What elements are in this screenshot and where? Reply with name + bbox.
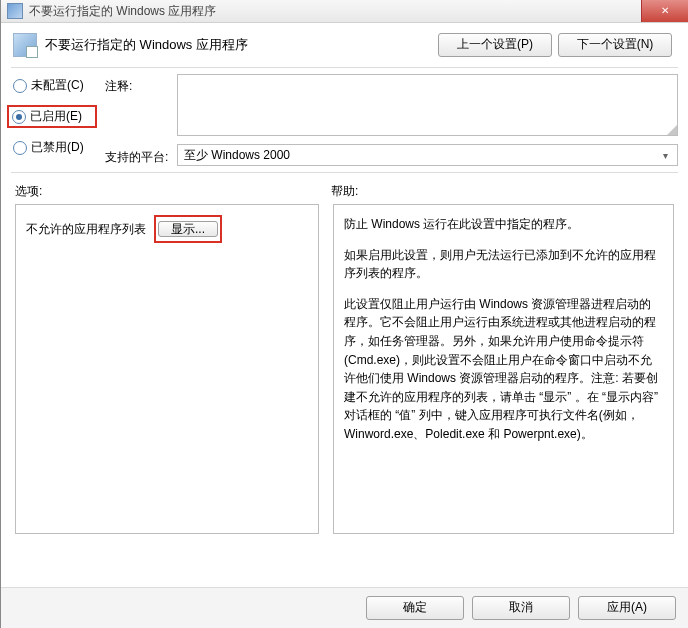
platform-label: 支持的平台: — [105, 145, 169, 166]
comment-textarea[interactable] — [177, 74, 678, 136]
config-block: 未配置(C) 已启用(E) 已禁用(D) 注释: 支持的平台: 至少 Windo… — [1, 68, 688, 172]
cancel-button[interactable]: 取消 — [472, 596, 570, 620]
gp-editor-window: 不要运行指定的 Windows 应用程序 ✕ 不要运行指定的 Windows 应… — [0, 0, 688, 628]
disallowed-list-label: 不允许的应用程序列表 — [26, 221, 146, 238]
help-panel: 防止 Windows 运行在此设置中指定的程序。 如果启用此设置，则用户无法运行… — [333, 204, 674, 534]
chevron-down-icon: ▾ — [657, 150, 673, 161]
radio-label: 已禁用(D) — [31, 139, 84, 156]
state-radios: 未配置(C) 已启用(E) 已禁用(D) — [11, 74, 97, 166]
comment-row: 注释: — [105, 74, 678, 136]
show-button-highlight: 显示... — [154, 215, 222, 243]
ok-button[interactable]: 确定 — [366, 596, 464, 620]
radio-label: 已启用(E) — [30, 108, 82, 125]
options-panel: 不允许的应用程序列表 显示... — [15, 204, 319, 534]
section-labels: 选项: 帮助: — [1, 173, 688, 204]
panels: 不允许的应用程序列表 显示... 防止 Windows 运行在此设置中指定的程序… — [1, 204, 688, 587]
help-paragraph: 如果启用此设置，则用户无法运行已添加到不允许的应用程序列表的程序。 — [344, 246, 663, 283]
radio-not-configured[interactable]: 未配置(C) — [11, 76, 97, 95]
options-label: 选项: — [15, 183, 331, 200]
radio-label: 未配置(C) — [31, 77, 84, 94]
prev-setting-button[interactable]: 上一个设置(P) — [438, 33, 552, 57]
options-line: 不允许的应用程序列表 显示... — [26, 215, 308, 243]
radio-disabled[interactable]: 已禁用(D) — [11, 138, 97, 157]
policy-title: 不要运行指定的 Windows 应用程序 — [45, 36, 430, 54]
radio-enabled[interactable]: 已启用(E) — [7, 105, 97, 128]
next-setting-button[interactable]: 下一个设置(N) — [558, 33, 672, 57]
help-label: 帮助: — [331, 183, 674, 200]
window-title: 不要运行指定的 Windows 应用程序 — [29, 3, 216, 20]
radio-icon — [13, 79, 27, 93]
platform-select[interactable]: 至少 Windows 2000 ▾ — [177, 144, 678, 166]
policy-icon — [13, 33, 37, 57]
radio-icon — [13, 141, 27, 155]
platform-row: 支持的平台: 至少 Windows 2000 ▾ — [105, 144, 678, 166]
footer: 确定 取消 应用(A) — [1, 587, 688, 628]
header: 不要运行指定的 Windows 应用程序 上一个设置(P) 下一个设置(N) — [1, 23, 688, 67]
help-paragraph: 此设置仅阻止用户运行由 Windows 资源管理器进程启动的程序。它不会阻止用户… — [344, 295, 663, 444]
apply-button[interactable]: 应用(A) — [578, 596, 676, 620]
radio-icon — [12, 110, 26, 124]
window-favicon-icon — [7, 3, 23, 19]
window-close-button[interactable]: ✕ — [641, 0, 688, 22]
title-bar: 不要运行指定的 Windows 应用程序 ✕ — [1, 0, 688, 23]
comment-label: 注释: — [105, 74, 169, 95]
nav-buttons: 上一个设置(P) 下一个设置(N) — [438, 33, 672, 57]
show-button[interactable]: 显示... — [158, 221, 218, 237]
help-paragraph: 防止 Windows 运行在此设置中指定的程序。 — [344, 215, 663, 234]
platform-value: 至少 Windows 2000 — [184, 147, 290, 164]
fields: 注释: 支持的平台: 至少 Windows 2000 ▾ — [105, 74, 678, 166]
